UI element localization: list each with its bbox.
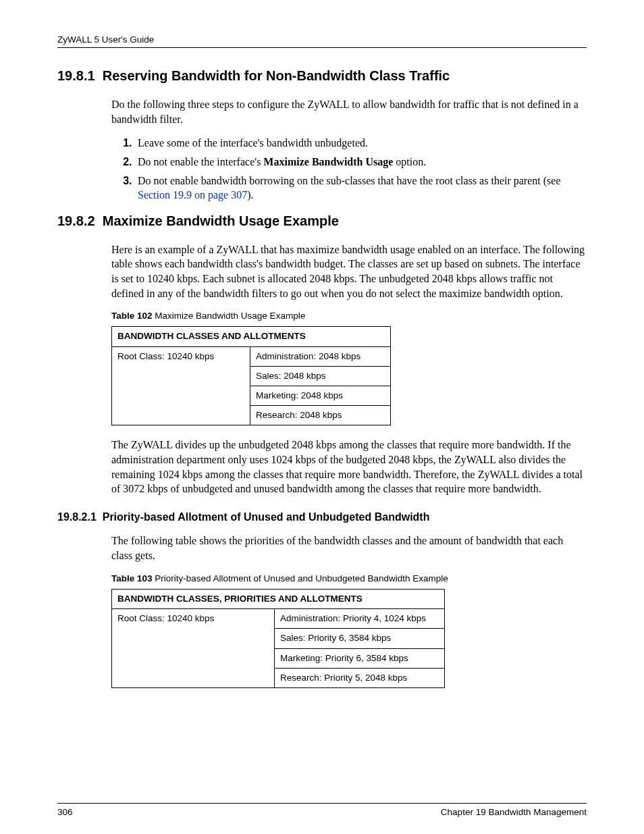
section-19-8-1-heading: 19.8.1 Reserving Bandwidth for Non-Bandw…	[57, 67, 587, 85]
table-103-caption: Table 103 Priority-based Allotment of Un…	[111, 573, 587, 585]
table-cell: Research: 2048 kbps	[250, 406, 391, 425]
running-header: ZyWALL 5 User's Guide	[57, 34, 587, 48]
table-cell: Research: Priority 5, 2048 kbps	[275, 668, 445, 687]
step-3: Do not enable bandwidth borrowing on the…	[135, 174, 587, 203]
step-1: Leave some of the interface's bandwidth …	[135, 136, 587, 151]
intro-paragraph: Do the following three steps to configur…	[111, 97, 587, 126]
chapter-label: Chapter 19 Bandwidth Management	[441, 806, 587, 818]
step-3-text-b: ).	[247, 189, 253, 201]
steps-list: Leave some of the interface's bandwidth …	[122, 136, 587, 202]
section-title: Priority-based Allotment of Unused and U…	[103, 511, 430, 523]
step-2-text-c: option.	[393, 156, 426, 167]
table-header: BANDWIDTH CLASSES, PRIORITIES AND ALLOTM…	[112, 589, 445, 608]
table-number: Table 102	[111, 311, 153, 321]
table-header: BANDWIDTH CLASSES AND ALLOTMENTS	[112, 327, 391, 346]
table-number: Table 103	[111, 573, 153, 583]
explain-paragraph: The ZyWALL divides up the unbudgeted 204…	[111, 438, 587, 496]
cross-ref-link[interactable]: Section 19.9 on page 307	[138, 189, 247, 201]
step-3-text-a: Do not enable bandwidth borrowing on the…	[138, 175, 560, 186]
page-footer: 306 Chapter 19 Bandwidth Management	[57, 803, 587, 818]
table-cell: Administration: Priority 4, 1024 kbps	[275, 609, 445, 629]
root-class-cell: Root Class: 10240 kbps	[112, 346, 250, 425]
example-paragraph: Here is an example of a ZyWALL that has …	[111, 242, 587, 301]
root-class-cell: Root Class: 10240 kbps	[112, 609, 275, 688]
section-number: 19.8.2	[57, 213, 95, 228]
step-2: Do not enable the interface's Maximize B…	[135, 155, 587, 170]
step-2-text-a: Do not enable the interface's	[138, 156, 263, 167]
section-19-8-2-1-heading: 19.8.2.1 Priority-based Allotment of Unu…	[57, 510, 587, 525]
table-cell: Marketing: Priority 6, 3584 kbps	[275, 648, 445, 668]
table-cell: Sales: Priority 6, 3584 kbps	[275, 629, 445, 648]
table-cell: Administration: 2048 kbps	[250, 346, 391, 366]
section-number: 19.8.1	[57, 68, 95, 83]
table-cell: Sales: 2048 kbps	[250, 366, 391, 386]
table-103: BANDWIDTH CLASSES, PRIORITIES AND ALLOTM…	[111, 589, 445, 688]
section-number: 19.8.2.1	[57, 511, 97, 523]
table-cell: Marketing: 2048 kbps	[250, 386, 391, 406]
step-2-bold: Maximize Bandwidth Usage	[263, 156, 393, 167]
section-title: Maximize Bandwidth Usage Example	[103, 213, 339, 228]
priority-paragraph: The following table shows the priorities…	[111, 533, 587, 563]
section-title: Reserving Bandwidth for Non-Bandwidth Cl…	[103, 68, 450, 83]
table-title: Priority-based Allotment of Unused and U…	[153, 573, 448, 583]
table-title: Maximize Bandwidth Usage Example	[153, 311, 306, 321]
page-number: 306	[57, 806, 73, 818]
table-102-caption: Table 102 Maximize Bandwidth Usage Examp…	[111, 310, 587, 322]
section-19-8-2-heading: 19.8.2 Maximize Bandwidth Usage Example	[57, 212, 587, 230]
table-102: BANDWIDTH CLASSES AND ALLOTMENTS Root Cl…	[111, 326, 391, 425]
